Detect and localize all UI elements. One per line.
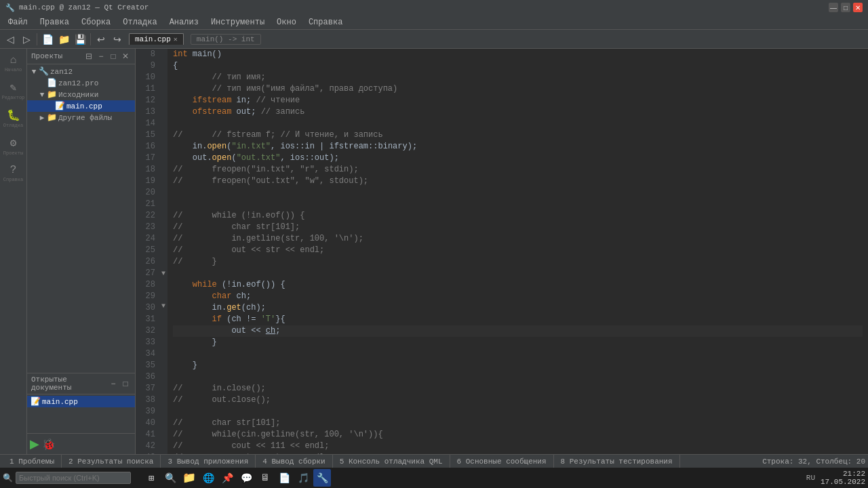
fold-indicator bbox=[159, 169, 167, 180]
open-docs-header: Открытые документы − □ bbox=[27, 373, 135, 394]
tree-item-otherfiles[interactable]: ▶ 📁 Другие файлы bbox=[27, 112, 135, 123]
tree-item-zan12pro[interactable]: 📄 zan12.pro bbox=[27, 77, 135, 89]
fold-indicator[interactable]: ▼ bbox=[159, 301, 167, 312]
search-area: 🔍 bbox=[3, 472, 138, 484]
line-number: 19 bbox=[136, 176, 155, 187]
panel-expand[interactable]: □ bbox=[108, 51, 119, 62]
menu-help[interactable]: Справка bbox=[303, 16, 348, 28]
title-bar-left: 🔧 main.cpp @ zan12 — Qt Creator bbox=[5, 3, 149, 12]
menu-analyze[interactable]: Анализ bbox=[164, 16, 204, 28]
code-line: out.open("out.txt", ios::out); bbox=[173, 152, 863, 164]
cpp-file-icon: 📝 bbox=[54, 101, 65, 111]
window-title: main.cpp @ zan12 — Qt Creator bbox=[19, 3, 149, 12]
menu-build[interactable]: Сборка bbox=[76, 16, 116, 28]
tree-label-maincpp: main.cpp bbox=[66, 102, 102, 110]
menu-file[interactable]: Файл bbox=[3, 16, 33, 28]
toolbar-back[interactable]: ◁ bbox=[3, 32, 18, 47]
menu-window[interactable]: Окно bbox=[271, 16, 302, 28]
quick-search-input[interactable] bbox=[16, 472, 131, 484]
tree-item-maincpp[interactable]: 📝 main.cpp bbox=[27, 100, 135, 112]
taskbar-files[interactable]: 📁 bbox=[180, 469, 198, 487]
nav-debug[interactable]: 🐛 Отладка bbox=[1, 106, 26, 131]
pro-file-icon: 📄 bbox=[46, 78, 57, 88]
taskbar-chat[interactable]: 💬 bbox=[237, 469, 255, 487]
tree-item-sources[interactable]: ▼ 📁 Исходники bbox=[27, 89, 135, 100]
title-bar-controls[interactable]: — □ ✕ bbox=[829, 3, 863, 12]
maximize-button[interactable]: □ bbox=[841, 3, 850, 12]
taskbar-pin[interactable]: 📌 bbox=[218, 469, 236, 487]
clock-date: 17.05.2022 bbox=[821, 478, 865, 486]
line-number: 24 bbox=[136, 233, 155, 245]
panel-filter[interactable]: ⊟ bbox=[83, 51, 94, 62]
code-line: // // fstream f; // И чтение, и запись bbox=[173, 129, 863, 141]
code-editor[interactable]: 8910111213141516171819202122232425262728… bbox=[136, 49, 868, 454]
open-docs-header-btns: − □ bbox=[108, 378, 131, 389]
run-button[interactable]: ▶ bbox=[30, 436, 39, 451]
code-line: if (ch != 'T'}{ bbox=[173, 314, 863, 325]
docs-expand[interactable]: □ bbox=[120, 378, 131, 389]
nav-home[interactable]: ⌂ Начало bbox=[1, 52, 26, 75]
nav-help[interactable]: ? Справка bbox=[1, 161, 26, 185]
code-line: } bbox=[173, 360, 863, 371]
line-number: 29 bbox=[136, 291, 155, 302]
toolbar-save[interactable]: 💾 bbox=[73, 32, 87, 47]
tab-general-msgs[interactable]: 6 Основные сообщения bbox=[450, 454, 554, 469]
clock-time: 21:22 bbox=[821, 470, 865, 478]
minimize-button[interactable]: — bbox=[829, 3, 838, 12]
panel-close[interactable]: ✕ bbox=[120, 51, 131, 62]
tab-test-results[interactable]: 8 Результаты тестирования bbox=[554, 454, 680, 469]
taskbar-music[interactable]: 🎵 bbox=[294, 469, 312, 487]
open-doc-maincpp[interactable]: 📝 main.cpp bbox=[27, 396, 135, 407]
taskbar-start[interactable]: ⊞ bbox=[142, 469, 160, 487]
tab-close-icon[interactable]: ✕ bbox=[174, 35, 178, 43]
line-number: 26 bbox=[136, 256, 155, 268]
line-number: 12 bbox=[136, 95, 155, 106]
debug-run-button[interactable]: 🐞 bbox=[42, 438, 56, 451]
tree-item-zan12[interactable]: ▼ 🔧 zan12 bbox=[27, 66, 135, 77]
panel-collapse[interactable]: − bbox=[96, 51, 106, 62]
toolbar-forward[interactable]: ▷ bbox=[19, 32, 34, 47]
menu-edit[interactable]: Правка bbox=[35, 16, 75, 28]
tab-build-output[interactable]: 4 Вывод сборки bbox=[256, 454, 332, 469]
taskbar-search[interactable]: 🔍 bbox=[161, 469, 179, 487]
breadcrumb[interactable]: main() -> int bbox=[191, 34, 261, 45]
nav-projects[interactable]: ⚙ Проекты bbox=[1, 134, 26, 159]
taskbar-display[interactable]: 🖥 bbox=[256, 469, 274, 487]
code-line bbox=[173, 268, 863, 279]
menu-tools[interactable]: Инструменты bbox=[205, 16, 270, 28]
code-line: // while(cin.getline(str, 100, '\n')){ bbox=[173, 429, 863, 441]
tab-qml-console[interactable]: 5 Консоль отладчика QML bbox=[333, 454, 450, 469]
toolbar-new[interactable]: 📄 bbox=[40, 32, 55, 47]
taskbar: 🔍 ⊞ 🔍 📁 🌐 📌 💬 🖥 📄 🎵 🔧 RU 21:22 17.05.202… bbox=[0, 468, 868, 488]
taskbar-right: RU 21:22 17.05.2022 bbox=[806, 470, 865, 486]
close-button[interactable]: ✕ bbox=[853, 3, 863, 12]
fold-indicator bbox=[159, 443, 167, 454]
tab-search-results[interactable]: 2 Результаты поиска bbox=[62, 454, 161, 469]
code-line: // тип имя; bbox=[173, 72, 863, 83]
toolbar-redo[interactable]: ↪ bbox=[110, 32, 125, 47]
fold-indicator bbox=[159, 180, 167, 191]
nav-editor[interactable]: ✎ Редактор bbox=[1, 78, 26, 103]
toolbar-open[interactable]: 📁 bbox=[56, 32, 71, 47]
fold-indicator bbox=[159, 378, 167, 388]
code-content[interactable]: int main(){ // тип имя; // тип имя("имя … bbox=[167, 49, 868, 454]
taskbar-browser[interactable]: 🌐 bbox=[199, 469, 217, 487]
toolbar-sep2 bbox=[90, 33, 91, 45]
taskbar-doc[interactable]: 📄 bbox=[275, 469, 293, 487]
open-docs-label: Открытые документы bbox=[31, 375, 108, 392]
code-line: in.open("in.txt", ios::in | ifstream::bi… bbox=[173, 141, 863, 152]
tab-problems[interactable]: 1 Проблемы bbox=[3, 454, 62, 469]
taskbar-qtcreator[interactable]: 🔧 bbox=[313, 469, 331, 487]
tab-app-output[interactable]: 3 Вывод приложения bbox=[161, 454, 256, 469]
code-line: // out << str << endl; bbox=[173, 245, 863, 256]
title-bar: 🔧 main.cpp @ zan12 — Qt Creator — □ ✕ bbox=[0, 0, 868, 15]
menu-debug[interactable]: Отладка bbox=[117, 16, 162, 28]
home-icon: ⌂ bbox=[10, 54, 17, 66]
docs-minus[interactable]: − bbox=[108, 378, 119, 389]
fold-indicator bbox=[159, 104, 167, 115]
fold-indicator[interactable]: ▼ bbox=[159, 268, 167, 279]
code-line: { bbox=[173, 60, 863, 72]
line-number: 15 bbox=[136, 129, 155, 141]
active-tab[interactable]: main.cpp ✕ bbox=[129, 33, 184, 45]
toolbar-undo[interactable]: ↩ bbox=[94, 32, 108, 47]
